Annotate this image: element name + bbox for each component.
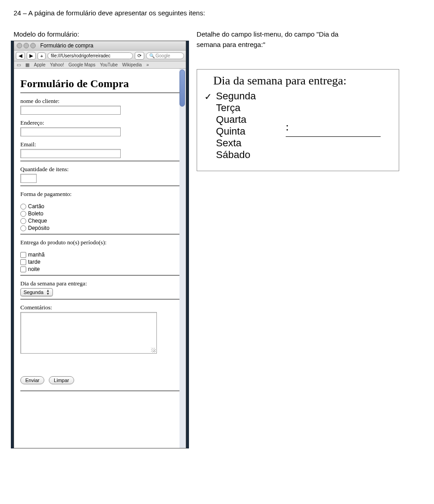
input-email[interactable] (20, 149, 121, 158)
minimize-dot-icon[interactable] (24, 43, 29, 48)
checkbox-option[interactable]: noite (20, 266, 179, 272)
background-label-fragment: : (286, 89, 381, 137)
menu-option-label: Sexta (216, 137, 241, 149)
radio-option[interactable]: Depósito (20, 225, 179, 231)
menu-option-label: Quinta (216, 126, 245, 137)
input-nome[interactable] (20, 106, 121, 115)
back-button[interactable]: ◀ (16, 52, 25, 60)
radio-icon (20, 225, 26, 231)
search-icon: 🔍 (149, 53, 155, 58)
close-dot-icon[interactable] (17, 43, 22, 48)
reset-button[interactable]: Limpar (49, 376, 74, 384)
page-content: Formulário de Compra nome do cliente: En… (14, 69, 186, 448)
layout-table: Modelo do formulário: Formulário de comp… (14, 30, 420, 448)
label-periodo: Entrega do produto no(s) período(s): (20, 239, 179, 246)
bookmark-link[interactable]: Wikipedia (122, 62, 142, 67)
divider (20, 299, 179, 299)
detail-field-label: Dia da semana para entrega: (213, 74, 394, 88)
select-menu-popup: ✓Segunda Terça Quarta Quinta Sexta Sábad… (200, 89, 290, 163)
radio-option[interactable]: Cartão (20, 203, 179, 210)
add-bookmark-button[interactable]: + (38, 52, 46, 60)
radio-label: Depósito (28, 225, 49, 231)
caption-detail-line2: semana para entrega:" (197, 41, 416, 48)
forward-button[interactable]: ▶ (27, 52, 36, 60)
search-field[interactable]: 🔍 Google (146, 52, 184, 59)
search-placeholder: Google (156, 53, 170, 58)
input-endereco[interactable] (20, 127, 121, 136)
scrollbar-track[interactable] (179, 69, 186, 448)
bookmarks-overflow[interactable]: » (146, 62, 149, 67)
reading-list-icon[interactable]: ▭ (17, 62, 21, 67)
form-title: Formulário de Compra (20, 78, 179, 90)
traffic-lights (17, 43, 36, 48)
bookmark-link[interactable]: Yahoo! (50, 62, 64, 67)
radio-option[interactable]: Cheque (20, 218, 179, 224)
label-dia: Dia da semana para entrega: (20, 280, 179, 287)
detail-screenshot: Dia da semana para entrega: ✓Segunda Ter… (197, 69, 399, 171)
zoom-dot-icon[interactable] (30, 43, 36, 48)
chevron-updown-icon: ▲▼ (46, 289, 50, 295)
radio-icon (20, 204, 26, 210)
browser-window: Formulário de compra ◀ ▶ + file:///Users… (14, 41, 186, 448)
titlebar: Formulário de compra (14, 41, 186, 51)
radio-icon (20, 211, 26, 217)
menu-option-label: Quarta (216, 114, 246, 125)
resize-grip-icon[interactable] (151, 348, 156, 352)
divider (20, 186, 179, 186)
label-pagamento: Forma de pagamento: (20, 191, 179, 198)
radio-option[interactable]: Boleto (20, 210, 179, 217)
menu-option[interactable]: Sábado (200, 149, 290, 161)
doc-step-text: 24 – A página de formulário deve apresen… (14, 9, 420, 17)
textarea-comentarios[interactable] (20, 312, 157, 354)
menu-option-label: Segunda (216, 90, 256, 102)
menu-option[interactable]: Terça (200, 102, 290, 114)
radio-label: Cartão (28, 203, 44, 210)
checkbox-label: tarde (28, 259, 40, 265)
checkbox-label: manhã (28, 252, 45, 258)
scrollbar-thumb[interactable] (179, 70, 185, 107)
bookmark-link[interactable]: Google Maps (69, 62, 95, 67)
label-quantidade: Quantidade de itens: (20, 166, 179, 173)
menu-option[interactable]: Quinta (200, 126, 290, 137)
topsites-icon[interactable]: ▦ (25, 62, 29, 67)
radio-label: Cheque (28, 218, 47, 224)
label-email: Email: (20, 141, 179, 148)
window-title: Formulário de compra (40, 42, 93, 49)
checkbox-icon (20, 252, 26, 258)
menu-option[interactable]: Quarta (200, 114, 290, 126)
select-value: Segunda (24, 289, 43, 295)
divider (20, 391, 179, 391)
bookmarks-bar: ▭ ▦ Apple Yahoo! Google Maps YouTube Wik… (14, 61, 186, 69)
submit-button[interactable]: Enviar (20, 376, 44, 384)
checkbox-label: noite (28, 266, 40, 272)
menu-option-label: Terça (216, 102, 241, 113)
radio-icon (20, 218, 26, 224)
divider (20, 234, 179, 234)
browser-toolbar: ◀ ▶ + file:///Users/rodrigoferreiradec ⟳… (14, 51, 186, 61)
menu-option[interactable]: ✓Segunda (200, 90, 290, 102)
label-endereco: Endereço: (20, 119, 179, 126)
divider (20, 93, 179, 93)
reload-button[interactable]: ⟳ (135, 52, 144, 60)
divider (20, 161, 179, 161)
menu-option[interactable]: Sexta (200, 137, 290, 149)
select-dia[interactable]: Segunda ▲▼ (20, 288, 53, 296)
checkbox-icon (20, 259, 26, 265)
radio-label: Boleto (28, 210, 43, 217)
check-icon: ✓ (204, 91, 212, 102)
caption-detail-line1: Detalhe do campo list-menu, do campo "Di… (197, 30, 416, 38)
bookmark-link[interactable]: Apple (34, 62, 46, 67)
label-nome: nome do cliente: (20, 98, 179, 105)
checkbox-icon (20, 266, 26, 272)
divider (20, 275, 179, 275)
label-comentarios: Comentários: (20, 304, 179, 311)
bookmark-link[interactable]: YouTube (100, 62, 118, 67)
caption-model: Modelo do formulário: (14, 30, 192, 38)
checkbox-option[interactable]: manhã (20, 252, 179, 258)
input-quantidade[interactable] (20, 174, 37, 183)
menu-option-label: Sábado (216, 149, 250, 160)
address-bar[interactable]: file:///Users/rodrigoferreiradec (47, 52, 133, 59)
checkbox-option[interactable]: tarde (20, 259, 179, 265)
